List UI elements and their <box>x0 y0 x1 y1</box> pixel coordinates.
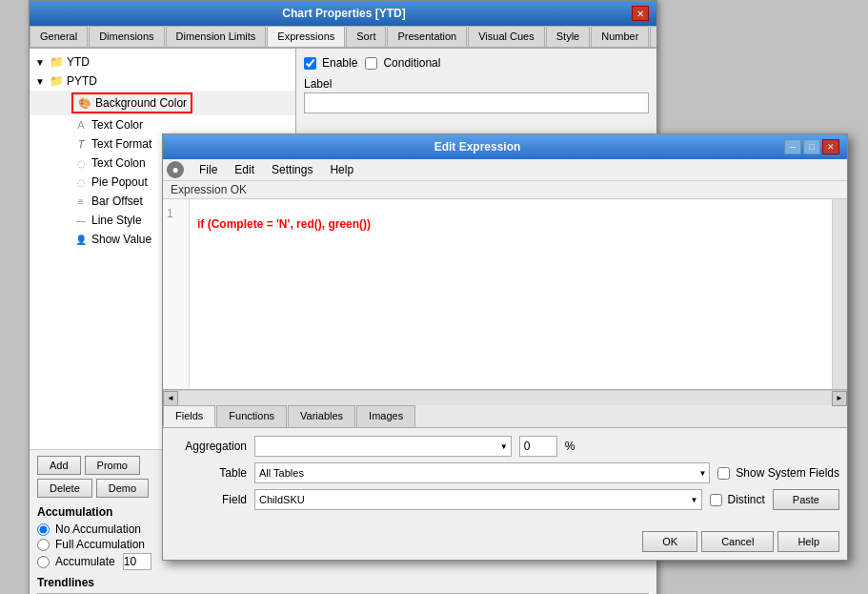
tree-item-background-color[interactable]: 🎨 Background Color <box>30 91 295 115</box>
label-field-label: Label <box>304 77 649 91</box>
ytd-label: YTD <box>67 55 90 69</box>
bar-offset-icon: ≡ <box>73 194 89 209</box>
tab-style[interactable]: Style <box>546 26 590 47</box>
table-select[interactable]: All Tables <box>254 462 710 483</box>
enable-checkbox[interactable] <box>304 57 316 70</box>
circle-icon: ● <box>172 163 178 176</box>
tab-expressions[interactable]: Expressions <box>267 26 345 49</box>
edit-bottom-buttons: OK Cancel Help <box>163 523 847 560</box>
help-button[interactable]: Help <box>777 531 839 552</box>
expression-status-text: Expression OK <box>171 183 247 196</box>
tab-functions[interactable]: Functions <box>216 405 287 427</box>
field-row: Field ChildSKU Distinct Paste <box>171 489 839 510</box>
trendlines-section: Trendlines Average Linear Polynomial of … <box>37 576 649 594</box>
tab-fields[interactable]: Fields <box>163 405 215 427</box>
line-style-label: Line Style <box>91 214 142 227</box>
show-value-icon: 👤 <box>73 232 89 247</box>
pie-popout-label: Pie Popout <box>91 175 148 189</box>
tab-variables[interactable]: Variables <box>288 405 355 427</box>
text-color-label: Text Color <box>91 118 143 132</box>
tab-dimensions[interactable]: Dimensions <box>89 26 164 47</box>
line-number-1: 1 <box>167 207 185 220</box>
menu-file[interactable]: File <box>192 161 225 178</box>
aggregation-pct-input[interactable] <box>519 436 557 457</box>
accumulate-value-input[interactable] <box>123 553 151 570</box>
label-field-row: Label <box>304 77 649 113</box>
field-select[interactable]: ChildSKU <box>254 489 702 510</box>
bg-color-icon: 🎨 <box>77 95 92 111</box>
tree-item-pytd[interactable]: ▼ 📁 PYTD <box>30 72 295 91</box>
scroll-track[interactable] <box>178 391 832 405</box>
label-input-field[interactable] <box>304 92 649 113</box>
ok-button[interactable]: OK <box>642 531 697 552</box>
chart-title-bar: Chart Properties [YTD] ✕ <box>30 1 656 26</box>
demo-button[interactable]: Demo <box>96 479 149 498</box>
pie-popout-icon: ◌ <box>73 174 89 190</box>
maximize-button[interactable]: □ <box>803 139 820 154</box>
edit-close-button[interactable]: ✕ <box>822 139 839 154</box>
ytd-expand-icon[interactable]: ▼ <box>33 55 47 69</box>
add-button[interactable]: Add <box>37 456 81 475</box>
tab-visual-cues[interactable]: Visual Cues <box>468 26 545 47</box>
expression-horizontal-scrollbar[interactable]: ◄ ► <box>163 390 847 405</box>
menu-help[interactable]: Help <box>322 161 361 178</box>
tree-item-text-color[interactable]: A Text Color <box>30 115 295 134</box>
pytd-folder-icon: 📁 <box>49 73 64 89</box>
tab-number[interactable]: Number <box>591 26 649 47</box>
chart-title-text: Chart Properties [YTD] <box>56 7 632 20</box>
expression-status-bar: Expression OK <box>163 181 847 199</box>
pytd-label: PYTD <box>67 74 97 88</box>
aggregation-select[interactable] <box>254 436 512 457</box>
show-system-fields-checkbox[interactable] <box>717 467 730 480</box>
pct-symbol: % <box>565 440 575 453</box>
distinct-label: Distinct <box>710 493 765 506</box>
chart-tab-bar: General Dimensions Dimension Limits Expr… <box>30 26 656 49</box>
scroll-right-button[interactable]: ► <box>832 391 847 406</box>
table-label: Table <box>171 466 247 480</box>
show-system-fields-label: Show System Fields <box>717 466 839 480</box>
tab-sort[interactable]: Sort <box>346 26 386 47</box>
field-select-wrapper: ChildSKU <box>254 489 702 510</box>
enable-checkbox-label[interactable]: Enable <box>304 56 357 70</box>
ytd-folder-icon: 📁 <box>49 54 64 70</box>
chart-close-button[interactable]: ✕ <box>632 6 649 21</box>
text-colon-icon: ◌ <box>73 155 89 171</box>
expression-vertical-scrollbar[interactable] <box>832 199 847 389</box>
tab-dimension-limits[interactable]: Dimension Limits <box>166 26 267 47</box>
distinct-checkbox[interactable] <box>710 494 722 506</box>
conditional-checkbox[interactable] <box>365 57 377 70</box>
pytd-expand-icon[interactable]: ▼ <box>33 74 47 88</box>
line-style-icon: — <box>73 213 89 228</box>
edit-expression-icon: ● <box>167 161 184 178</box>
menu-settings[interactable]: Settings <box>264 161 320 178</box>
tree-item-ytd[interactable]: ▼ 📁 YTD <box>30 52 295 72</box>
cancel-button[interactable]: Cancel <box>701 531 774 552</box>
text-colon-label: Text Colon <box>91 156 146 170</box>
promo-button[interactable]: Promo <box>85 456 140 475</box>
full-accumulation-radio[interactable] <box>37 539 50 551</box>
edit-menubar: ● File Edit Settings Help <box>163 159 847 181</box>
fields-tab-bar: Fields Functions Variables Images <box>163 405 847 428</box>
expression-editor-area: 1 if (Complete = 'N', red(), green()) <box>163 199 847 390</box>
aggregation-select-wrapper <box>254 436 512 457</box>
bg-color-expand <box>56 96 70 110</box>
minimize-button[interactable]: ─ <box>784 139 801 154</box>
background-color-label: Background Color <box>95 96 187 110</box>
distinct-text: Distinct <box>728 493 765 506</box>
delete-button[interactable]: Delete <box>37 479 92 498</box>
scroll-left-button[interactable]: ◄ <box>163 391 178 406</box>
enable-row: Enable Conditional <box>304 56 649 70</box>
tab-presentation[interactable]: Presentation <box>387 26 467 47</box>
tab-font[interactable]: Font <box>650 26 656 47</box>
paste-button[interactable]: Paste <box>773 489 839 510</box>
title-right-buttons: ─ □ ✕ <box>784 139 839 154</box>
conditional-checkbox-label[interactable]: Conditional <box>365 56 440 70</box>
no-accumulation-radio[interactable] <box>37 523 50 536</box>
show-system-fields-text: Show System Fields <box>736 466 839 480</box>
tab-general[interactable]: General <box>30 26 88 47</box>
menu-edit[interactable]: Edit <box>227 161 262 178</box>
accumulate-radio[interactable] <box>37 556 50 568</box>
expression-text-display[interactable]: if (Complete = 'N', red(), green()) <box>190 199 832 389</box>
text-color-icon: A <box>73 117 89 133</box>
tab-images[interactable]: Images <box>356 405 415 427</box>
